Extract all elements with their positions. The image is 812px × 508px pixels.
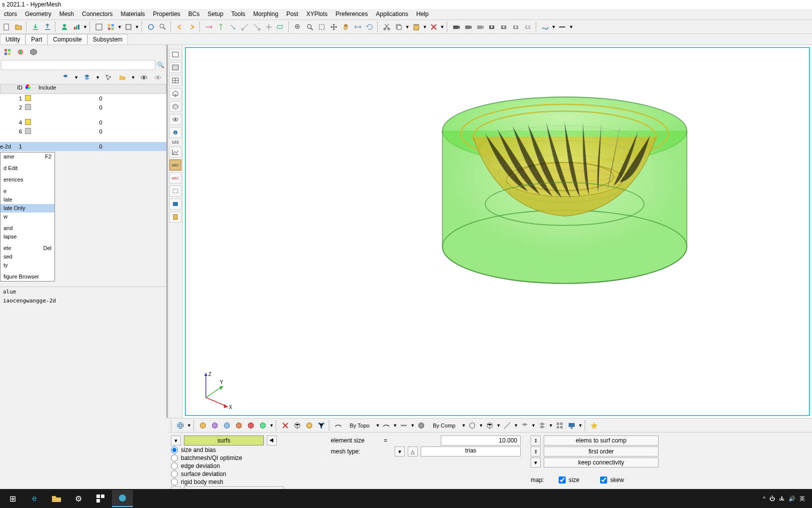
filter2-icon[interactable] xyxy=(81,72,92,83)
selector-toggle[interactable]: ▼ xyxy=(171,436,181,446)
menu-applications[interactable]: Applications xyxy=(372,9,412,20)
pan-icon[interactable] xyxy=(328,22,339,32)
edge-icon[interactable]: e xyxy=(24,490,45,507)
ctx-edit[interactable]: d Edit xyxy=(0,164,54,172)
menu-setup[interactable]: Setup xyxy=(203,9,227,20)
ctx-unused[interactable]: sed xyxy=(0,252,54,261)
vbtn-7[interactable]: i xyxy=(169,127,181,138)
cam6-icon[interactable] xyxy=(511,22,522,32)
menu-tools[interactable]: Tools xyxy=(227,9,249,20)
menu-preferences[interactable]: Preferences xyxy=(332,9,372,20)
ctx-expand[interactable]: and xyxy=(0,224,54,232)
menu-properties[interactable]: Properties xyxy=(149,9,184,20)
vbtn-9[interactable] xyxy=(169,186,181,196)
radio-size-bias[interactable] xyxy=(171,446,178,454)
comp-icon[interactable] xyxy=(93,22,104,32)
radio-batchmesh[interactable] xyxy=(171,454,178,462)
monitor-icon[interactable] xyxy=(566,420,577,431)
tab-subsystem[interactable]: Subsystem xyxy=(87,34,128,44)
color-swatch[interactable] xyxy=(25,128,31,134)
mesh-type-prev[interactable]: ▼ xyxy=(395,446,405,456)
tree-row[interactable]: 6 0 xyxy=(0,127,166,136)
tree-row[interactable]: 1 0 xyxy=(0,94,166,103)
hand-icon[interactable] xyxy=(340,22,351,32)
surf1-icon[interactable] xyxy=(333,420,344,431)
tab-utility[interactable]: Utility xyxy=(0,34,25,44)
prop-value[interactable]: iaocengwangge-2d xyxy=(0,296,166,305)
line-icon[interactable] xyxy=(502,420,513,431)
box2-icon[interactable] xyxy=(209,420,220,431)
selector-collapse[interactable]: ⯇ xyxy=(267,436,277,446)
vbtn-3[interactable] xyxy=(169,75,181,86)
hypermesh-task-icon[interactable] xyxy=(112,490,133,507)
explorer-icon[interactable] xyxy=(46,490,67,507)
surf3-icon[interactable] xyxy=(398,420,409,431)
cam1-icon[interactable] xyxy=(451,22,462,32)
radio-edge-dev[interactable] xyxy=(171,462,178,470)
filter1-icon[interactable] xyxy=(60,72,71,83)
new-icon[interactable] xyxy=(1,22,12,32)
ctx-collapse[interactable]: lapse xyxy=(0,232,54,241)
menu-connectors[interactable]: Connectors xyxy=(78,9,116,20)
settings-icon[interactable]: ⚙ xyxy=(68,490,89,507)
order-toggle[interactable]: ⇕ xyxy=(531,446,541,456)
menu-post[interactable]: Post xyxy=(282,9,302,20)
viewport[interactable]: Z Y X xyxy=(185,47,810,416)
zoom-in-icon[interactable] xyxy=(304,22,315,32)
first-order-button[interactable]: first order xyxy=(544,446,659,456)
ctx-rename[interactable]: ameF2 xyxy=(0,152,54,161)
paste-icon[interactable] xyxy=(411,22,422,32)
tray-lang[interactable]: 英 xyxy=(800,495,805,502)
box7-icon[interactable] xyxy=(304,420,315,431)
redo-icon[interactable] xyxy=(186,22,197,32)
mat-create-icon[interactable] xyxy=(15,46,26,58)
plane-icon[interactable] xyxy=(275,22,286,32)
user-icon[interactable] xyxy=(59,22,70,32)
elems-toggle[interactable]: ⇕ xyxy=(531,436,541,446)
col-color-header[interactable] xyxy=(25,84,35,94)
box4-icon[interactable] xyxy=(233,420,244,431)
vbtn-10[interactable] xyxy=(169,198,181,210)
copy-icon[interactable] xyxy=(393,22,404,32)
axis-y-icon[interactable] xyxy=(215,22,226,32)
chk-skew[interactable] xyxy=(600,476,607,484)
cam5-icon[interactable] xyxy=(499,22,510,32)
color-swatch[interactable] xyxy=(25,119,31,125)
del-red-icon[interactable] xyxy=(280,420,291,431)
axis-x-icon[interactable] xyxy=(203,22,214,32)
mesh-type-tri[interactable]: △ xyxy=(408,446,418,456)
chart-icon[interactable] xyxy=(71,22,82,32)
open-icon[interactable] xyxy=(13,22,24,32)
tray-power-icon[interactable]: ⏻ xyxy=(770,496,775,502)
cam4-icon[interactable] xyxy=(487,22,498,32)
replace-icon[interactable] xyxy=(145,22,156,32)
vbtn-abc1[interactable]: ABC xyxy=(169,160,181,170)
vbtn-6[interactable] xyxy=(169,114,181,125)
axis-z-icon[interactable] xyxy=(227,22,238,32)
tray-volume-icon[interactable]: 🔊 xyxy=(789,496,796,502)
wire1-icon[interactable] xyxy=(467,420,478,431)
box-icon[interactable] xyxy=(123,22,134,32)
search-icon[interactable]: 🔍 xyxy=(155,62,165,68)
box6-icon[interactable] xyxy=(257,420,268,431)
zoom-box-icon[interactable] xyxy=(316,22,327,32)
menu-bcs[interactable]: BCs xyxy=(184,9,204,20)
box1-icon[interactable] xyxy=(197,420,208,431)
tree-row-selected[interactable]: e-2d 1 0 xyxy=(0,142,166,151)
cam7-icon[interactable] xyxy=(523,22,534,32)
box3-icon[interactable] xyxy=(221,420,232,431)
menu-xyplots[interactable]: XYPlots xyxy=(302,9,332,20)
folder-filter-icon[interactable] xyxy=(117,72,128,83)
vbtn-2[interactable] xyxy=(169,62,181,73)
ctx-isolate[interactable]: late xyxy=(0,196,54,204)
by-comp-label[interactable]: By Comp xyxy=(433,422,455,428)
ctx-w[interactable]: w xyxy=(0,212,54,221)
surf2-icon[interactable] xyxy=(381,420,392,431)
vbtn-8[interactable] xyxy=(169,146,181,158)
globe-icon[interactable] xyxy=(175,420,186,431)
elems-to-surf-button[interactable]: elems to surf comp xyxy=(544,436,659,446)
ctx-e[interactable]: e xyxy=(0,187,54,196)
ctx-empty[interactable]: ty xyxy=(0,261,54,270)
ctx-references[interactable]: erences xyxy=(0,176,54,184)
axis-yz-icon[interactable] xyxy=(251,22,262,32)
